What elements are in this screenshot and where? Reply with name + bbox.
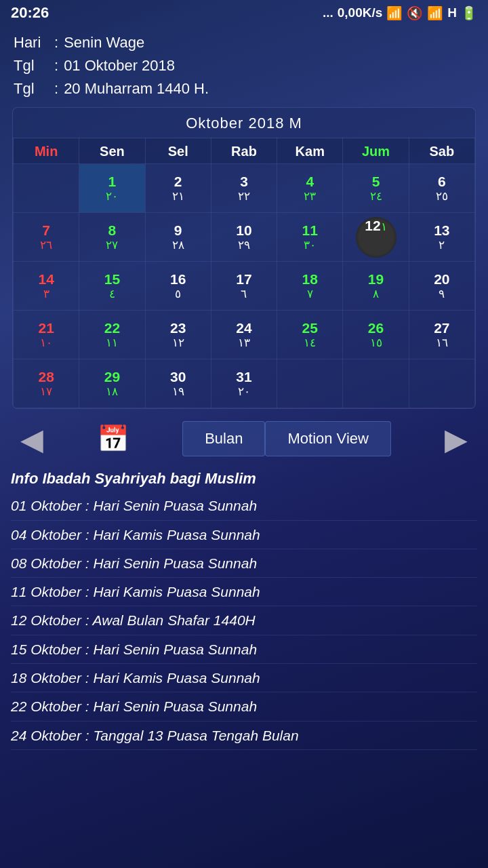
calendar-cell[interactable]: 2٢١: [145, 164, 211, 213]
network-type: H: [447, 5, 457, 20]
tgl-value1: 01 Oktober 2018: [64, 54, 175, 77]
info-item: 18 Oktober : Hari Kamis Puasa Sunnah: [11, 664, 477, 692]
info-item: 15 Oktober : Hari Senin Puasa Sunnah: [11, 635, 477, 664]
calendar-cell[interactable]: 23١٢: [145, 311, 211, 359]
calendar-cell[interactable]: 14٣: [14, 262, 79, 311]
calendar-cell[interactable]: 7٢٦: [14, 213, 79, 262]
network-dots: ...: [323, 5, 333, 20]
signal-icon: 📶: [427, 5, 443, 21]
bulan-button[interactable]: Bulan: [182, 421, 265, 456]
calendar-grid: MinSenSelRabKamJumSab 1٢٠2٢١3٢٢4٢٣5٢٤6٢٥…: [13, 138, 475, 408]
speed: 0,00K/s: [338, 5, 383, 20]
calendar-cell[interactable]: 29١٨: [79, 359, 145, 408]
calendar-cell[interactable]: 13٢: [409, 213, 474, 262]
calendar-cell[interactable]: 28١٧: [14, 359, 79, 408]
calendar-cell[interactable]: 25١٤: [277, 311, 343, 359]
calendar-title: Oktober 2018 M: [13, 108, 475, 138]
calendar-cell[interactable]: 12١: [343, 213, 409, 262]
header-kam: Kam: [277, 138, 343, 164]
calendar-cell[interactable]: 31٢٠: [211, 359, 277, 408]
calendar-cell: [14, 164, 79, 213]
calendar-cell[interactable]: 10٢٩: [211, 213, 277, 262]
tgl-label: Tgl: [14, 54, 49, 77]
calendar-week-0: 1٢٠2٢١3٢٢4٢٣5٢٤6٢٥: [14, 164, 475, 213]
calendar-cell[interactable]: 6٢٥: [409, 164, 474, 213]
status-bar: 20:26 ... 0,00K/s 📶 🔇 📶 H 🔋: [0, 0, 488, 26]
calendar-cell[interactable]: 17٦: [211, 262, 277, 311]
header-jum: Jum: [343, 138, 409, 164]
calendar-cell: [409, 359, 474, 408]
calendar-body[interactable]: 1٢٠2٢١3٢٢4٢٣5٢٤6٢٥7٢٦8٢٧9٢٨10٢٩11٣٠12١13…: [14, 164, 475, 408]
calendar: Oktober 2018 M MinSenSelRabKamJumSab 1٢٠…: [12, 107, 476, 409]
calendar-cell[interactable]: 4٢٣: [277, 164, 343, 213]
calendar-cell[interactable]: 22١١: [79, 311, 145, 359]
header-sen: Sen: [79, 138, 145, 164]
prev-arrow[interactable]: ◀: [20, 422, 43, 456]
header-rab: Rab: [211, 138, 277, 164]
calendar-cell[interactable]: 24١٣: [211, 311, 277, 359]
info-item: 24 Oktober : Tanggal 13 Puasa Tengah Bul…: [11, 722, 477, 750]
calendar-cell[interactable]: 16٥: [145, 262, 211, 311]
tgl-value2: 20 Muharram 1440 H.: [64, 77, 209, 100]
nav-buttons: Bulan Motion View: [182, 421, 391, 456]
calendar-cell: [277, 359, 343, 408]
info-title: Info Ibadah Syahriyah bagi Muslim: [11, 470, 477, 488]
battery-icon: 🔋: [461, 5, 477, 21]
tgl-label2: Tgl: [14, 77, 49, 100]
calendar-week-3: 21١٠22١١23١٢24١٣25١٤26١٥27١٦: [14, 311, 475, 359]
status-icons: ... 0,00K/s 📶 🔇 📶 H 🔋: [323, 5, 477, 21]
calendar-cell: [343, 359, 409, 408]
info-section: Info Ibadah Syahriyah bagi Muslim 01 Okt…: [0, 463, 488, 750]
calendar-week-1: 7٢٦8٢٧9٢٨10٢٩11٣٠12١13٢: [14, 213, 475, 262]
bluetooth-icon: 📶: [386, 5, 403, 21]
calendar-cell[interactable]: 19٨: [343, 262, 409, 311]
info-item: 08 Oktober : Hari Senin Puasa Sunnah: [11, 549, 477, 578]
calendar-cell[interactable]: 9٢٨: [145, 213, 211, 262]
info-item: 22 Oktober : Hari Senin Puasa Sunnah: [11, 692, 477, 721]
calendar-cell[interactable]: 20٩: [409, 262, 474, 311]
calendar-week-2: 14٣15٤16٥17٦18٧19٨20٩: [14, 262, 475, 311]
info-item: 11 Oktober : Hari Kamis Puasa Sunnah: [11, 578, 477, 606]
calendar-cell[interactable]: 11٣٠: [277, 213, 343, 262]
calendar-cell[interactable]: 15٤: [79, 262, 145, 311]
date-info: Hari : Senin Wage Tgl : 01 Oktober 2018 …: [0, 26, 488, 104]
header-min: Min: [14, 138, 79, 164]
info-item: 01 Oktober : Hari Senin Puasa Sunnah: [11, 492, 477, 520]
calendar-cell[interactable]: 5٢٤: [343, 164, 409, 213]
calendar-cell[interactable]: 8٢٧: [79, 213, 145, 262]
nav-bar: ◀ 📅 Bulan Motion View ▶: [0, 414, 488, 463]
calendar-cell[interactable]: 3٢٢: [211, 164, 277, 213]
info-item: 04 Oktober : Hari Kamis Puasa Sunnah: [11, 521, 477, 549]
calendar-cell[interactable]: 18٧: [277, 262, 343, 311]
mute-icon: 🔇: [407, 5, 423, 21]
hari-value: Senin Wage: [64, 31, 144, 54]
calendar-week-4: 28١٧29١٨30١٩31٢٠: [14, 359, 475, 408]
header-sab: Sab: [409, 138, 474, 164]
next-arrow[interactable]: ▶: [445, 422, 468, 456]
calendar-icon[interactable]: 📅: [97, 424, 129, 454]
header-sel: Sel: [145, 138, 211, 164]
calendar-header: MinSenSelRabKamJumSab: [14, 138, 475, 164]
time: 20:26: [11, 4, 49, 22]
info-list: 01 Oktober : Hari Senin Puasa Sunnah04 O…: [11, 492, 477, 750]
hari-label: Hari: [14, 31, 49, 54]
calendar-cell[interactable]: 26١٥: [343, 311, 409, 359]
motion-view-button[interactable]: Motion View: [265, 421, 390, 456]
calendar-cell[interactable]: 21١٠: [14, 311, 79, 359]
calendar-cell[interactable]: 27١٦: [409, 311, 474, 359]
calendar-cell[interactable]: 1٢٠: [79, 164, 145, 213]
info-item: 12 Oktober : Awal Bulan Shafar 1440H: [11, 606, 477, 635]
calendar-cell[interactable]: 30١٩: [145, 359, 211, 408]
